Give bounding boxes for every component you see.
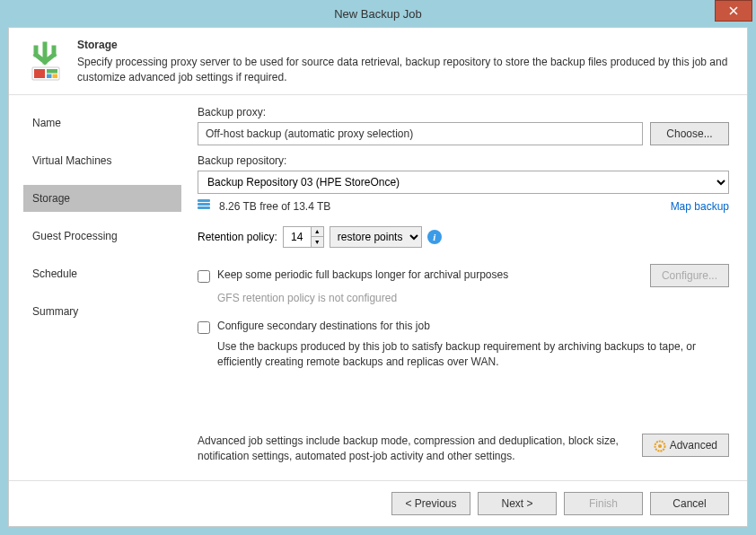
free-space-row: 8.26 TB free of 13.4 TB Map backup: [198, 199, 729, 214]
page-title: Storage: [77, 39, 733, 51]
window-title: New Backup Job: [0, 7, 756, 21]
secondary-checkbox[interactable]: [198, 321, 210, 334]
wizard-sidebar: Name Virtual Machines Storage Guest Proc…: [9, 95, 189, 480]
info-icon[interactable]: i: [427, 230, 442, 244]
next-button[interactable]: Next >: [478, 492, 557, 515]
finish-button: Finish: [564, 492, 643, 515]
content-panel: Storage Specify processing proxy server …: [8, 27, 748, 527]
wizard-footer: < Previous Next > Finish Cancel: [9, 480, 747, 526]
configure-button: Configure...: [650, 264, 729, 287]
retention-row: Retention policy: ▲ ▼ restore points i: [198, 226, 729, 248]
proxy-label: Backup proxy:: [198, 106, 729, 118]
retention-unit-select[interactable]: restore points: [330, 226, 422, 248]
free-space-text: 8.26 TB free of 13.4 TB: [219, 200, 671, 213]
retention-value-input[interactable]: [284, 227, 311, 247]
spinner-down[interactable]: ▼: [312, 237, 323, 247]
previous-button[interactable]: < Previous: [391, 492, 470, 515]
gfs-note: GFS retention policy is not configured: [217, 291, 729, 306]
secondary-label: Configure secondary destinations for thi…: [217, 320, 729, 332]
close-icon: [729, 6, 738, 15]
svg-rect-1: [34, 69, 45, 78]
advanced-button[interactable]: Advanced: [642, 434, 729, 457]
repo-select[interactable]: Backup Repository 03 (HPE StoreOnce): [198, 171, 729, 194]
dialog-window: New Backup Job Storage Specify processin…: [0, 0, 756, 535]
header-text: Storage Specify processing proxy server …: [77, 39, 733, 85]
advanced-row: Advanced job settings include backup mod…: [198, 434, 729, 464]
main-panel: Backup proxy: Choose... Backup repositor…: [189, 95, 747, 480]
gear-icon: [654, 440, 666, 452]
cancel-button[interactable]: Cancel: [650, 492, 729, 515]
advanced-desc: Advanced job settings include backup mod…: [198, 434, 633, 464]
svg-rect-4: [53, 75, 58, 79]
keep-full-label: Keep some periodic full backups longer f…: [217, 268, 650, 281]
disk-icon: [198, 199, 212, 214]
keep-full-checkbox[interactable]: [198, 270, 210, 283]
sidebar-item-schedule[interactable]: Schedule: [23, 260, 181, 287]
sidebar-item-storage[interactable]: Storage: [23, 185, 181, 212]
retention-label: Retention policy:: [198, 231, 277, 243]
retention-spinner[interactable]: ▲ ▼: [283, 226, 324, 248]
sidebar-item-summary[interactable]: Summary: [23, 298, 181, 325]
sidebar-item-virtual-machines[interactable]: Virtual Machines: [23, 147, 181, 174]
proxy-input[interactable]: [198, 122, 643, 145]
spinner-up[interactable]: ▲: [312, 227, 323, 238]
titlebar: New Backup Job: [0, 0, 756, 27]
sidebar-item-guest-processing[interactable]: Guest Processing: [23, 223, 181, 250]
repo-label: Backup repository:: [198, 154, 729, 167]
body: Name Virtual Machines Storage Guest Proc…: [9, 95, 747, 480]
page-header: Storage Specify processing proxy server …: [9, 28, 747, 95]
close-button[interactable]: [715, 0, 752, 22]
svg-point-6: [658, 444, 662, 448]
svg-rect-2: [47, 69, 57, 74]
sidebar-item-name[interactable]: Name: [23, 110, 181, 136]
map-backup-link[interactable]: Map backup: [671, 200, 729, 213]
choose-button[interactable]: Choose...: [650, 122, 729, 145]
svg-rect-3: [47, 75, 52, 79]
page-description: Specify processing proxy server to be us…: [77, 55, 733, 85]
storage-icon: [23, 39, 66, 82]
secondary-desc: Use the backups produced by this job to …: [217, 339, 729, 370]
